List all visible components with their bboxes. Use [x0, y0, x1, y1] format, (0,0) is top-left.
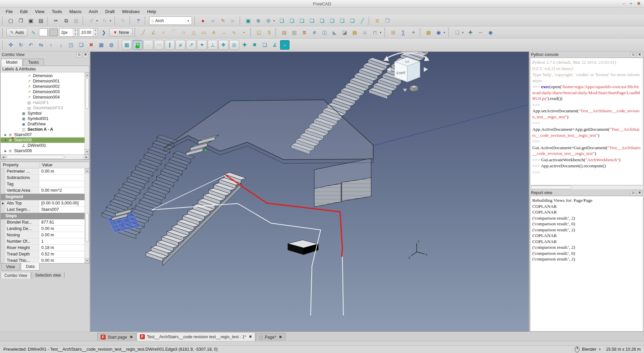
menu-draft[interactable]: Draft — [102, 8, 118, 15]
scroll-down-icon[interactable]: ▼ — [85, 149, 89, 154]
draft-split-button[interactable]: ✖ — [87, 40, 96, 50]
chevron-down-icon[interactable]: ▾ — [185, 19, 191, 22]
maximize-button[interactable]: + — [630, 0, 633, 7]
open-recent-folder-button[interactable]: ❒ — [383, 16, 392, 25]
macro-edit-button[interactable]: ✎ — [218, 16, 228, 25]
minimize-button[interactable]: – — [623, 0, 625, 7]
arch-survey-button[interactable]: ∑ — [398, 28, 408, 37]
arch-equipment-button[interactable]: ⊓▾ — [370, 28, 383, 37]
window-titlebar[interactable]: FreeCAD –+✖ — [0, 0, 644, 8]
navigation-globe-button[interactable]: ◉ — [486, 28, 495, 37]
draft-delete-point-button[interactable]: ✖ — [250, 40, 259, 50]
draft-rectangle-button[interactable]: ▭ — [199, 28, 208, 37]
property-column-header[interactable]: Property — [1, 162, 40, 168]
tree-item-section-a-a[interactable]: ◫Section A - A — [1, 127, 85, 132]
print-button[interactable]: ▤ — [36, 16, 46, 25]
property-value[interactable]: 0.18 m — [39, 245, 85, 251]
face-color-swatch[interactable] — [49, 28, 58, 36]
arch-reference-button[interactable]: ✦ — [409, 28, 418, 37]
new-document-button[interactable]: ▢ — [6, 16, 15, 25]
snap-center-button[interactable]: ◎ — [229, 40, 239, 50]
tree-item-dimension004[interactable]: ↗Dimension004 — [1, 95, 85, 100]
view-rear-button[interactable]: ❏ — [317, 16, 327, 25]
tree-item-hatchf1[interactable]: ▨HatchF1 — [1, 100, 85, 105]
property-value[interactable]: 0.00 m — [39, 257, 85, 263]
font-size-spinner[interactable]: 10.00▴▾ — [79, 28, 98, 37]
expander-icon[interactable]: ▼ — [3, 139, 8, 142]
view-top-button[interactable]: ❏ — [297, 16, 307, 25]
python-console-output[interactable]: Python 2.7.6 (default, Mar 22 2014, 23:0… — [530, 58, 643, 185]
arch-roof-button[interactable]: ◣ — [330, 28, 339, 37]
arch-equipment-dropdown-icon[interactable]: ▾ — [380, 31, 383, 34]
boolean-union-button[interactable]: ✚ — [466, 28, 475, 37]
chevron-down-icon[interactable]: ▾ — [599, 348, 601, 351]
select-working-plane-button[interactable]: ❏ — [260, 40, 269, 50]
arch-axis-button[interactable]: # — [310, 28, 319, 37]
tree-item-symbol001[interactable]: ▣Symbol001 — [1, 116, 85, 121]
tab-tasks[interactable]: Tasks — [23, 59, 44, 66]
tree-item-dwire001[interactable]: ∠DWire001 — [1, 143, 85, 148]
draft-facebinder-button[interactable]: ◱ — [254, 28, 264, 37]
macro-record-button[interactable]: ● — [198, 16, 208, 25]
close-panel-icon[interactable]: ✖ — [637, 52, 642, 57]
tree-item-dimension001[interactable]: ↗Dimension001 — [1, 78, 85, 84]
draft-rotate-button[interactable]: ↻ — [16, 40, 25, 50]
tab-selection-view[interactable]: Selection view — [32, 272, 65, 278]
toggle-grid-button[interactable]: ▦ — [122, 40, 132, 50]
draft-to-sketch-button[interactable]: ◍ — [107, 40, 116, 50]
arch-analysis-dropdown-icon[interactable]: ▾ — [443, 31, 446, 34]
toolbar-handle[interactable] — [129, 17, 132, 24]
expander-icon[interactable]: ▶ — [3, 150, 8, 153]
toolbar-handle[interactable] — [194, 17, 197, 24]
report-view-output[interactable]: Rebuilding Views for: Page/PageCOPLANARC… — [530, 196, 643, 332]
line-width-spinner[interactable]: 2px▴▾ — [59, 28, 78, 37]
toolbar-handle[interactable] — [83, 17, 85, 24]
draft-point-button[interactable]: • — [239, 28, 249, 37]
menu-file[interactable]: File — [2, 8, 16, 15]
toolbar-handle[interactable] — [420, 28, 422, 37]
scroll-thumb[interactable] — [85, 213, 89, 242]
draw-style-dropdown-icon[interactable]: ▾ — [273, 19, 276, 22]
open-document-button[interactable]: ❒ — [16, 16, 25, 25]
draft-shapestring-button[interactable]: S — [264, 28, 274, 37]
arch-component-button[interactable]: ⊞ — [388, 28, 398, 37]
menu-windows[interactable]: Windows — [118, 8, 144, 15]
menu-tools[interactable]: Tools — [48, 8, 65, 15]
snap-midpoint-button[interactable]: ⋯ — [154, 40, 164, 50]
draft-move-button[interactable]: ✜ — [6, 40, 15, 50]
scroll-up-icon[interactable]: ▲ — [85, 168, 89, 173]
redo-dropdown-icon[interactable]: ▾ — [110, 19, 113, 22]
property-value[interactable]: 0.00 m — [39, 168, 85, 174]
property-value[interactable]: 0.00 m — [39, 226, 85, 232]
draft-polyline-button[interactable]: ∠ — [149, 28, 158, 37]
view-front-button[interactable]: ❏ — [287, 16, 297, 25]
draft-trimex-button[interactable]: ❏ — [76, 40, 86, 50]
scroll-left-icon[interactable]: ◀ — [1, 155, 6, 159]
draw-style-button[interactable]: ⊘▾ — [264, 16, 276, 25]
document-tab-test-archstairs-code-revision-[interactable]: FTest__ArchStairs__code revision test__r… — [137, 332, 255, 341]
document-tab-page-[interactable]: ▢Page*✖ — [256, 333, 285, 341]
draft-dimension-button[interactable]: ↔ — [219, 28, 228, 37]
property-value[interactable] — [39, 181, 85, 187]
draft-bspline-button[interactable]: ∿ — [229, 28, 238, 37]
toolbar-handle[interactable] — [250, 28, 253, 37]
draft-mirror-button[interactable]: ⇆ — [36, 40, 46, 50]
toolbar-handle[interactable] — [47, 17, 50, 24]
arch-wall-button[interactable]: ▤ — [279, 28, 289, 37]
arch-window-button[interactable]: ◫ — [320, 28, 329, 37]
toolbar-handle[interactable] — [2, 28, 4, 37]
document-tab-start-page[interactable]: FStart page✖ — [97, 333, 136, 341]
menu-macro[interactable]: Macro — [66, 8, 85, 15]
toolbar-handle[interactable] — [135, 28, 137, 37]
property-value[interactable] — [39, 175, 85, 181]
toolbar-handle[interactable] — [239, 17, 242, 24]
close-tab-icon[interactable]: ✖ — [130, 335, 133, 339]
view-perspective-button[interactable]: ❏ — [347, 16, 357, 25]
close-button[interactable]: ✖ — [637, 0, 641, 7]
arch-rebar-button[interactable]: ≣ — [300, 28, 309, 37]
tree-item-stairs009[interactable]: ▶≣Stairs009 — [1, 148, 85, 154]
workbench-selector[interactable]: ⌂Arch▾ — [149, 16, 192, 25]
property-value[interactable]: Stairs007 — [39, 207, 85, 213]
scroll-right-icon[interactable]: ▶ — [84, 155, 89, 159]
arch-stairs-tool-button[interactable]: ≣ — [373, 16, 382, 25]
